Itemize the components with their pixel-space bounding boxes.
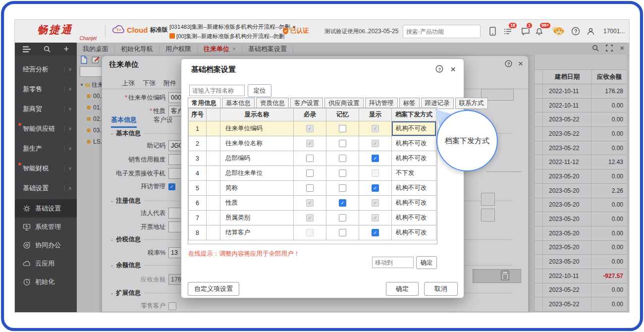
- grid-row[interactable]: 2023-05-202.26: [535, 184, 627, 198]
- tab-3[interactable]: 往来单位×: [198, 45, 242, 53]
- chevron-down-icon[interactable]: ∨: [64, 126, 72, 132]
- tab-customer-settings[interactable]: 客户设: [154, 115, 173, 128]
- sidebar-item-2[interactable]: 新商贸∨: [15, 99, 77, 119]
- memory-checkbox[interactable]: [339, 229, 346, 236]
- panel-toolbar-1[interactable]: 下张: [143, 79, 156, 88]
- grid-row[interactable]: 2023-05-220.00: [535, 112, 627, 127]
- grid-row[interactable]: 2023-05-220.00: [535, 127, 627, 141]
- memory-checkbox[interactable]: [339, 184, 346, 192]
- sidebar-item-0[interactable]: 经营分析∨: [15, 59, 77, 79]
- grid-row[interactable]: 2023-05-200.00: [535, 198, 627, 213]
- cancel-button[interactable]: 取消: [424, 282, 458, 296]
- chevron-up-icon[interactable]: ∧: [64, 185, 72, 191]
- add-icon[interactable]: +: [63, 45, 69, 54]
- mobile-app-icon[interactable]: [486, 25, 498, 37]
- cell-display-name[interactable]: 总部往来单位: [220, 166, 294, 181]
- sidebar-subitem-4[interactable]: 初始化: [15, 273, 77, 291]
- move-confirm-button[interactable]: 确定: [416, 256, 437, 269]
- user-icon[interactable]: [585, 25, 596, 37]
- cell-dispatch-mode[interactable]: 机构不可改: [392, 196, 436, 211]
- retail-checkbox[interactable]: [168, 302, 176, 310]
- tab-2[interactable]: 用户权限: [160, 45, 198, 53]
- message-icon[interactable]: 1: [520, 25, 532, 37]
- close-all-icon[interactable]: ×: [620, 45, 624, 52]
- grid-row[interactable]: 2023-05-200.00: [535, 241, 627, 255]
- cell-dispatch-mode[interactable]: 机构不可改: [392, 225, 436, 240]
- new-doc-icon[interactable]: [80, 55, 88, 64]
- sidebar-item-6[interactable]: 基础设置∧: [15, 178, 77, 198]
- cell-dispatch-mode[interactable]: 机构不可改: [392, 211, 436, 225]
- cell-display-name[interactable]: 往来单位编码: [220, 121, 294, 136]
- cell-dispatch-mode[interactable]: 机构不可改: [392, 181, 436, 196]
- required-checkbox[interactable]: [306, 184, 314, 192]
- cell-display-name[interactable]: 往来单位名称: [220, 136, 294, 151]
- fullscreen-icon[interactable]: [606, 45, 613, 52]
- chevron-down-icon[interactable]: ∨: [64, 166, 72, 171]
- calculator-icon[interactable]: [501, 270, 509, 282]
- modal-help-icon[interactable]: ?: [435, 65, 443, 73]
- panel-help-icon[interactable]: ?: [505, 60, 512, 67]
- move-to-field[interactable]: [372, 257, 414, 268]
- show-checkbox[interactable]: ✓: [372, 229, 379, 236]
- menu-icon[interactable]: [23, 46, 31, 53]
- required-checkbox[interactable]: [306, 155, 314, 162]
- panel-toolbar-2[interactable]: 附件: [163, 79, 176, 88]
- grid-row[interactable]: 2022-11-1212.43: [535, 155, 627, 169]
- panel-close-icon[interactable]: ×: [518, 60, 523, 67]
- product-search-input[interactable]: [403, 28, 486, 35]
- tab-1[interactable]: 初始化导航: [115, 45, 160, 53]
- memory-checkbox[interactable]: [339, 140, 346, 147]
- tree-expander-icon[interactable]: ▼: [80, 83, 84, 87]
- ok-button[interactable]: 确定: [386, 282, 419, 296]
- sidebar-item-4[interactable]: 新生产∨: [15, 139, 77, 159]
- sidebar-item-1[interactable]: 新零售∨: [15, 79, 77, 99]
- grid-row[interactable]: 2023-05-220.00: [535, 283, 627, 298]
- tab-0[interactable]: 我的桌面: [77, 45, 115, 53]
- help-icon[interactable]: ?: [570, 25, 582, 37]
- tab-4[interactable]: 基础档案设置: [242, 45, 293, 53]
- field-search[interactable]: [189, 85, 245, 96]
- cell-display-name[interactable]: 性质: [220, 196, 294, 211]
- tab-search-icon[interactable]: [592, 45, 599, 52]
- memory-checkbox[interactable]: [339, 125, 346, 132]
- sidebar-subitem-2[interactable]: 协同办公: [15, 236, 77, 254]
- locate-button[interactable]: 定位: [248, 84, 271, 97]
- visit-checkbox[interactable]: ✓: [168, 183, 175, 190]
- tab-basic-info[interactable]: 基本信息: [111, 115, 137, 128]
- panel-toolbar-0[interactable]: 上张: [122, 79, 135, 88]
- grid-header-date[interactable]: 建档日期: [543, 70, 592, 84]
- tab-close-icon[interactable]: ×: [232, 46, 236, 53]
- memory-checkbox[interactable]: [339, 169, 346, 177]
- grid-row[interactable]: 2023-05-200.00: [535, 212, 627, 226]
- show-checkbox[interactable]: ✓: [372, 155, 379, 162]
- edit-icon[interactable]: [92, 55, 100, 63]
- sidebar-item-5[interactable]: 智能财税∨: [15, 159, 77, 178]
- grid-row[interactable]: 2023-05-200.00: [535, 255, 627, 269]
- required-checkbox[interactable]: [306, 169, 314, 177]
- grid-row[interactable]: 2022-10-11176.28: [535, 84, 627, 99]
- memory-checkbox[interactable]: [339, 214, 346, 221]
- grid-header-amount[interactable]: 应收余额: [592, 70, 627, 84]
- grid-row[interactable]: 2023-05-200.00: [535, 169, 627, 184]
- sidebar-subitem-3[interactable]: 云应用: [15, 254, 77, 273]
- grid-row[interactable]: 2023-05-220.00: [535, 141, 627, 156]
- cell-display-name[interactable]: 结算客户: [220, 225, 294, 240]
- grid-row[interactable]: 2022-10-110.00: [535, 99, 627, 113]
- cell-display-name[interactable]: 所属类别: [220, 211, 294, 225]
- chevron-down-icon[interactable]: ∨: [64, 106, 72, 112]
- show-checkbox[interactable]: ✓: [372, 184, 379, 192]
- memory-checkbox[interactable]: [339, 155, 346, 162]
- modal-close-icon[interactable]: ×: [450, 65, 456, 73]
- chevron-down-icon[interactable]: ∨: [64, 146, 72, 152]
- grid-row[interactable]: 2023-05-220.00: [535, 297, 627, 312]
- grid-row[interactable]: 2023-05-200.00: [535, 312, 627, 312]
- account-line1[interactable]: [031483]集测--新建标准版多机构分开流程--勿删 ▼: [169, 22, 296, 32]
- custom-items-button[interactable]: 自定义项设置: [188, 282, 239, 296]
- account-switcher[interactable]: [031483]集测--新建标准版多机构分开流程--勿删 ▼ [00]集测--新…: [169, 22, 296, 41]
- mascot-icon[interactable]: [551, 25, 566, 37]
- sidebar-search-icon[interactable]: [44, 46, 51, 53]
- user-id[interactable]: 17001...: [603, 28, 625, 35]
- grid-row[interactable]: 2022-10-11-927.57: [535, 269, 627, 283]
- notification-bell-icon[interactable]: 99+: [533, 25, 545, 37]
- memory-checkbox[interactable]: ✓: [339, 199, 346, 207]
